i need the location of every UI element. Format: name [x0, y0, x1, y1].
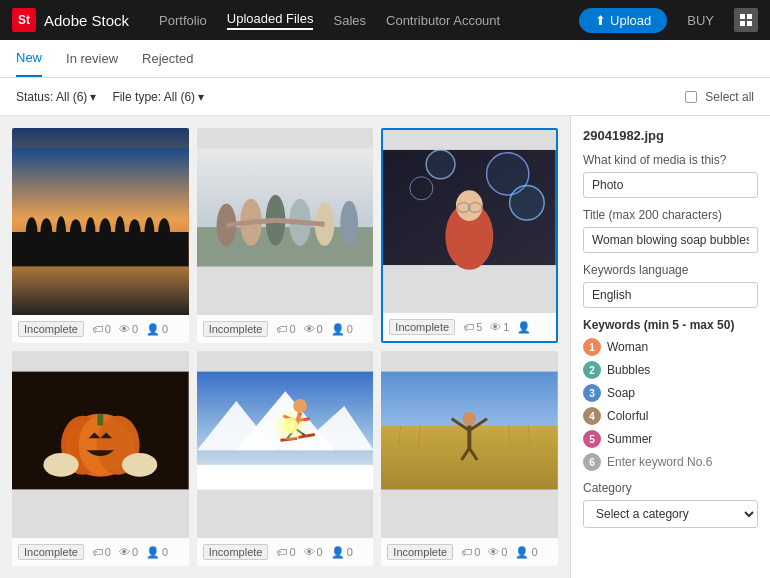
right-panel: 29041982.jpg What kind of media is this?…	[570, 116, 770, 578]
grid-icon[interactable]	[734, 8, 758, 32]
download-count: 👤0	[331, 323, 353, 336]
svg-point-8	[56, 216, 66, 247]
svg-rect-48	[97, 414, 103, 426]
image-item[interactable]: Incomplete 🏷0 👁0 👤0	[197, 351, 374, 566]
svg-point-6	[26, 217, 38, 246]
svg-point-15	[158, 218, 170, 245]
logo-area: St Adobe Stock	[12, 8, 129, 32]
nav-portfolio[interactable]: Portfolio	[159, 13, 207, 28]
tab-in-review[interactable]: In review	[66, 41, 118, 76]
svg-point-49	[43, 453, 78, 477]
download-count: 👤0	[515, 546, 537, 559]
download-count: 👤0	[331, 546, 353, 559]
media-type-input[interactable]	[583, 172, 758, 198]
upload-button[interactable]: ⬆ Upload	[579, 8, 667, 33]
svg-point-65	[275, 411, 304, 440]
download-count: 👤	[517, 321, 533, 334]
keyword-item-2: 2 Bubbles	[583, 361, 758, 379]
view-count: 👁1	[490, 321, 509, 333]
status-badge: Incomplete	[387, 544, 453, 560]
image-grid: Incomplete 🏷0 👁0 👤0	[0, 116, 570, 578]
svg-point-50	[122, 453, 157, 477]
image-item[interactable]: Incomplete 🏷0 👁0 👤0	[381, 351, 558, 566]
svg-point-34	[426, 150, 455, 179]
tab-new[interactable]: New	[16, 40, 42, 77]
main-content: Incomplete 🏷0 👁0 👤0	[0, 116, 770, 578]
status-filter[interactable]: Status: All (6) ▾	[16, 90, 96, 104]
svg-rect-3	[747, 21, 752, 26]
panel-filename: 29041982.jpg	[583, 128, 758, 143]
svg-point-10	[86, 217, 96, 246]
image-item[interactable]: Incomplete 🏷0 👁0 👤0	[12, 128, 189, 343]
like-count: 🏷0	[461, 546, 480, 558]
image-item[interactable]: Incomplete 🏷0 👁0 👤0	[12, 351, 189, 566]
keyword-item-5: 5 Summer	[583, 430, 758, 448]
svg-line-25	[251, 220, 276, 222]
svg-point-9	[70, 219, 82, 245]
view-count: 👁0	[119, 323, 138, 335]
nav-uploaded-files[interactable]: Uploaded Files	[227, 11, 314, 30]
keyword-item-6[interactable]: 6	[583, 453, 758, 471]
view-count: 👁0	[119, 546, 138, 558]
keywords-language-input[interactable]	[583, 282, 758, 308]
keywords-section-title: Keywords (min 5 - max 50)	[583, 318, 758, 332]
download-count: 👤0	[146, 546, 168, 559]
keyword-input-6[interactable]	[607, 455, 758, 469]
svg-point-11	[99, 218, 111, 245]
svg-rect-0	[740, 14, 745, 19]
svg-point-23	[340, 201, 358, 246]
keyword-text-4: Colorful	[607, 409, 648, 423]
view-count: 👁0	[304, 323, 323, 335]
status-badge: Incomplete	[18, 321, 84, 337]
view-count: 👁0	[488, 546, 507, 558]
status-badge: Incomplete	[203, 321, 269, 337]
svg-point-36	[510, 185, 545, 220]
svg-point-7	[40, 218, 52, 245]
image-item[interactable]: Incomplete 🏷5 👁1 👤	[381, 128, 558, 343]
svg-point-12	[115, 216, 125, 247]
tab-rejected[interactable]: Rejected	[142, 41, 193, 76]
category-label: Category	[583, 481, 758, 495]
status-badge: Incomplete	[203, 544, 269, 560]
keyword-num-6: 6	[583, 453, 601, 471]
keywords-language-label: Keywords language	[583, 263, 758, 277]
media-type-label: What kind of media is this?	[583, 153, 758, 167]
status-badge: Incomplete	[18, 544, 84, 560]
category-select[interactable]: Select a category	[583, 500, 758, 528]
svg-point-68	[463, 412, 477, 426]
like-count: 🏷0	[92, 323, 111, 335]
status-badge: Incomplete	[389, 319, 455, 335]
keyword-text-5: Summer	[607, 432, 652, 446]
keyword-num-2: 2	[583, 361, 601, 379]
buy-link[interactable]: BUY	[687, 13, 714, 28]
select-all-button[interactable]: Select all	[685, 90, 754, 104]
keyword-num-4: 4	[583, 407, 601, 425]
filter-bar: Status: All (6) ▾ File type: All (6) ▾ S…	[0, 78, 770, 116]
like-count: 🏷0	[92, 546, 111, 558]
top-navigation: St Adobe Stock Portfolio Uploaded Files …	[0, 0, 770, 40]
like-count: 🏷0	[276, 546, 295, 558]
filetype-filter[interactable]: File type: All (6) ▾	[112, 90, 204, 104]
download-count: 👤0	[146, 323, 168, 336]
view-count: 👁0	[304, 546, 323, 558]
image-item[interactable]: Incomplete 🏷0 👁0 👤0	[197, 128, 374, 343]
title-label: Title (max 200 characters)	[583, 208, 758, 222]
svg-point-56	[293, 399, 307, 413]
title-input[interactable]	[583, 227, 758, 253]
svg-rect-2	[740, 21, 745, 26]
nav-sales[interactable]: Sales	[333, 13, 366, 28]
adobe-logo: St	[12, 8, 36, 32]
keyword-item-1: 1 Woman	[583, 338, 758, 356]
svg-line-27	[300, 222, 325, 224]
sub-navigation: New In review Rejected	[0, 40, 770, 78]
keyword-item-3: 3 Soap	[583, 384, 758, 402]
svg-point-14	[144, 217, 154, 246]
like-count: 🏷0	[276, 323, 295, 335]
nav-contributor-account[interactable]: Contributor Account	[386, 13, 500, 28]
svg-rect-55	[197, 465, 374, 490]
svg-line-24	[226, 222, 251, 225]
select-all-checkbox[interactable]	[685, 91, 697, 103]
keyword-item-4: 4 Colorful	[583, 407, 758, 425]
keyword-num-5: 5	[583, 430, 601, 448]
keyword-text-3: Soap	[607, 386, 635, 400]
